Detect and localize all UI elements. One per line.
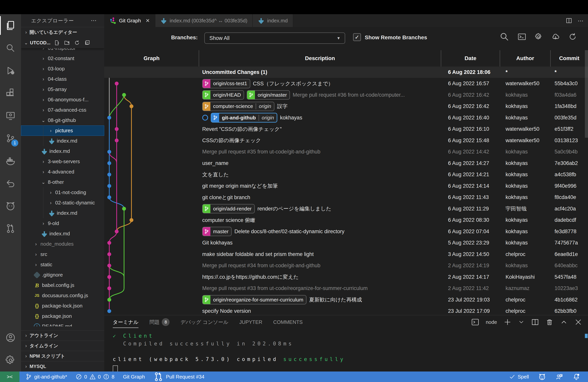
remote-indicator[interactable]: >< bbox=[0, 371, 20, 382]
tree-folder-02-constant[interactable]: ›02-constant bbox=[21, 53, 104, 64]
tab-index.md[interactable]: index.md bbox=[253, 14, 293, 27]
commit-row[interactable]: masterDelete docs/8-other/02-static-dyna… bbox=[104, 226, 588, 237]
tree-folder-src[interactable]: ›src bbox=[21, 249, 104, 259]
tree-file-index-md[interactable]: index.md bbox=[21, 146, 104, 156]
tree-folder-02-static-dynamic[interactable]: ›02-static-dynamic bbox=[21, 198, 104, 208]
pull-request-status[interactable]: Pull Request #34 bbox=[153, 372, 204, 382]
editor-scrollbar[interactable] bbox=[585, 50, 588, 138]
refresh-explorer-icon[interactable] bbox=[74, 40, 80, 46]
commit-row[interactable]: Merge pull request #33 from ut-code/reor… bbox=[104, 283, 588, 294]
tree-folder-06-anonymous-f-[interactable]: ›06-anonymous-f... bbox=[21, 95, 104, 105]
tree-file--gitignore[interactable]: .gitignore bbox=[21, 270, 104, 280]
tree-folder-3-web-servers[interactable]: ›3-web-servers bbox=[21, 156, 104, 167]
tree-folder-8-other[interactable]: ⌄8-other bbox=[21, 177, 104, 187]
branch-badge[interactable]: git-and-githuborigin bbox=[211, 113, 277, 123]
close-icon[interactable]: ✕ bbox=[146, 18, 150, 24]
maximize-panel-icon[interactable] bbox=[560, 318, 568, 326]
commit-row[interactable]: Revert "CSSの節の画像チェック"6 Aug 2022 16:10wat… bbox=[104, 124, 588, 135]
column-header-date[interactable]: Date bbox=[441, 50, 500, 66]
collapse-folders-icon[interactable] bbox=[84, 40, 90, 46]
settings-icon[interactable] bbox=[0, 349, 21, 371]
more-actions-icon[interactable]: ⋯ bbox=[578, 17, 584, 24]
commit-row[interactable]: origin/css-test1CSS（フレックスボックスまで）6 Aug 20… bbox=[104, 78, 588, 89]
settings-icon[interactable] bbox=[534, 32, 543, 41]
commit-row[interactable]: 文を直した6 Aug 2022 14:21kokhayasa4c538fb bbox=[104, 169, 588, 180]
tree-folder-05-array[interactable]: ›05-array bbox=[21, 84, 104, 95]
tree-folder-01-not-coding[interactable]: ›01-not-coding bbox=[21, 187, 104, 198]
column-header-graph[interactable]: Graph bbox=[104, 50, 199, 66]
tree-file-package-json[interactable]: {}package.json bbox=[21, 311, 104, 321]
open-editors-section[interactable]: › 開いているエディター bbox=[21, 27, 104, 37]
commit-row[interactable]: git cloneとgit branch6 Aug 2022 11:43kokh… bbox=[104, 192, 588, 203]
commit-row[interactable]: git merge origin mainなどを加筆6 Aug 2022 14:… bbox=[104, 180, 588, 191]
new-terminal-icon[interactable] bbox=[504, 318, 511, 326]
workspace-section-header[interactable]: ⌄ UTCOD... bbox=[21, 37, 104, 48]
terminal-dropdown-icon[interactable] bbox=[518, 319, 525, 325]
commit-row[interactable]: origin/reorganize-for-summer-curriculum夏… bbox=[104, 294, 588, 305]
branches-dropdown[interactable]: Show All ▼ bbox=[204, 32, 345, 44]
sidebar-section-MYSQL[interactable]: ›MYSQL bbox=[21, 361, 104, 371]
github-icon[interactable] bbox=[0, 195, 21, 217]
tree-folder-node-modules[interactable]: ›node_modules bbox=[21, 239, 104, 249]
account-icon[interactable] bbox=[0, 326, 21, 349]
tree-file-index-md[interactable]: index.md bbox=[21, 208, 104, 218]
commit-row[interactable]: origin/add-renderrenderのページを編集しました6 Aug … bbox=[104, 203, 588, 214]
tree-file-readme-md[interactable]: iREADME.md bbox=[21, 321, 104, 326]
split-terminal-icon[interactable] bbox=[531, 318, 539, 326]
sidebar-section-タイムライン[interactable]: ›タイムライン bbox=[21, 340, 104, 351]
column-header-commit[interactable]: Commit bbox=[550, 50, 588, 66]
tree-folder-04-class[interactable]: ›04-class bbox=[21, 74, 104, 84]
panel-tab-デバッグ コンソール[interactable]: デバッグ コンソール bbox=[180, 319, 228, 326]
tree-folder-07-advanced-css[interactable]: ›07-advanced-css bbox=[21, 105, 104, 115]
remote-explorer-icon[interactable] bbox=[0, 105, 21, 127]
branch-badge[interactable]: origin/css-test1 bbox=[202, 79, 250, 88]
branch-badge[interactable]: origin/add-render bbox=[202, 204, 255, 213]
tree-folder-01-inspector[interactable]: ›01-inspector bbox=[21, 48, 104, 53]
notifications-status[interactable] bbox=[572, 373, 580, 381]
new-file-icon[interactable] bbox=[54, 40, 60, 46]
search-icon[interactable] bbox=[0, 37, 21, 59]
tree-file-index-md[interactable]: index.md bbox=[21, 136, 104, 146]
commit-row[interactable]: CSSの節の画像チェック6 Aug 2022 15:48waterwalker5… bbox=[104, 135, 588, 146]
new-folder-icon[interactable] bbox=[64, 40, 70, 46]
commit-row[interactable]: make sidebar foldable and set prism them… bbox=[104, 249, 588, 260]
fetch-icon[interactable] bbox=[551, 32, 560, 41]
terminal-icon[interactable] bbox=[518, 32, 526, 41]
undo-icon[interactable] bbox=[0, 172, 21, 195]
branch-badge[interactable]: master bbox=[202, 227, 231, 236]
column-header-author[interactable]: Author bbox=[500, 50, 550, 66]
commit-row[interactable]: computer science 俯瞰6 Aug 2022 08:30kokha… bbox=[104, 214, 588, 226]
branch-status[interactable]: git-and-github* bbox=[25, 373, 67, 380]
tree-file-package-lock-json[interactable]: {}package-lock.json bbox=[21, 301, 104, 311]
commit-row[interactable]: origin/HEADorigin/masterMerge pull reque… bbox=[104, 89, 588, 101]
tree-folder-03-loop[interactable]: ›03-loop bbox=[21, 64, 104, 74]
search-icon[interactable] bbox=[499, 32, 509, 42]
split-editor-icon[interactable] bbox=[566, 18, 572, 23]
tree-file-babel-config-js[interactable]: Bbabel.config.js bbox=[21, 280, 104, 290]
branch-badge[interactable]: origin/HEAD bbox=[202, 90, 244, 100]
commit-row[interactable]: Uncommitted Changes (1)6 Aug 2022 18:06*… bbox=[104, 66, 588, 78]
tree-folder-4-advanced[interactable]: ›4-advanced bbox=[21, 167, 104, 177]
commit-row[interactable]: specify Node version23 Jul 2022 17:09che… bbox=[104, 306, 588, 315]
tree-file-docusaurus-config-js[interactable]: JSdocusaurus.config.js bbox=[21, 290, 104, 301]
commit-row[interactable]: computer-scienceorigin誤字6 Aug 2022 16:42… bbox=[104, 101, 588, 112]
panel-tab-COMMENTS[interactable]: COMMENTS bbox=[273, 319, 303, 325]
pull-request-icon[interactable] bbox=[0, 217, 21, 240]
sidebar-section-アウトライン[interactable]: ›アウトライン bbox=[21, 330, 104, 340]
tree-folder-9-old[interactable]: ›9-old bbox=[21, 218, 104, 229]
docker-icon[interactable] bbox=[0, 149, 21, 172]
panel-tab-JUPYTER[interactable]: JUPYTER bbox=[239, 319, 262, 325]
tree-folder-static[interactable]: ›static bbox=[21, 259, 104, 270]
column-header-description[interactable]: Description bbox=[199, 50, 441, 66]
commit-row[interactable]: Merge pull request #35 from ut-code/git-… bbox=[104, 146, 588, 158]
tab-index.md[interactable]: index.md (003fe35d^ ↔ 003fe35d) bbox=[155, 14, 253, 27]
problems-status[interactable]: 008 bbox=[76, 374, 114, 380]
commit-row[interactable]: Merge pull request #34 from ut-code/git-… bbox=[104, 260, 588, 271]
tree-folder-pictures[interactable]: ›pictures bbox=[21, 126, 104, 136]
copilot-status[interactable] bbox=[538, 373, 546, 381]
tree-file-index-md[interactable]: index.md bbox=[21, 229, 104, 239]
more-actions-icon[interactable]: ⋯ bbox=[91, 17, 97, 24]
extensions-icon[interactable] bbox=[0, 82, 21, 105]
commit-row[interactable]: user_name6 Aug 2022 14:27kokhayas7e306ab… bbox=[104, 158, 588, 169]
tab-git[interactable]: Git Graph✕ bbox=[104, 14, 155, 27]
